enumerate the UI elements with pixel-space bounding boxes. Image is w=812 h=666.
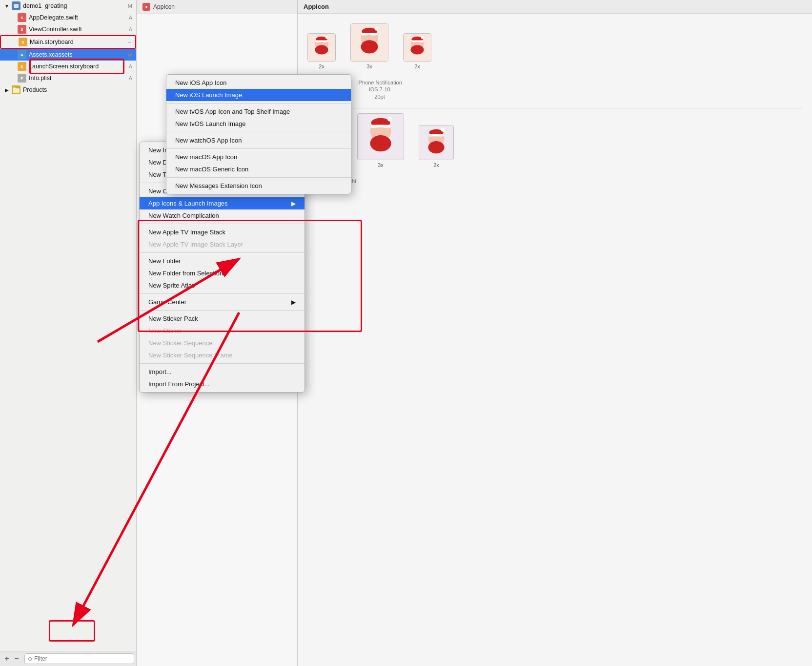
submenu-item-new-messages-ext-icon[interactable]: New Messages Extension Icon (166, 180, 351, 192)
sidebar-item-appdelegate[interactable]: S AppDelegate.swift A (0, 12, 136, 23)
minus-icon: − (14, 654, 19, 663)
sidebar-item-infoplist[interactable]: P Info.plist A (0, 72, 136, 84)
badge-appdelegate: A (129, 15, 132, 21)
svg-rect-18 (411, 41, 423, 42)
submenu-item-new-macos-generic-icon[interactable]: New macOS Generic Icon (166, 163, 351, 175)
submenu-label-new-watchos-app-icon: New watchOS App Icon (175, 137, 242, 144)
middle-panel-title: AppIcon (153, 3, 175, 10)
menu-item-game-center[interactable]: Game Center ▶ (140, 296, 304, 308)
project-badge: M (128, 3, 132, 9)
icon-label-2x-2: 2x (414, 63, 420, 69)
svg-point-38 (428, 141, 444, 153)
submenu-arrow-icon: ▶ (291, 200, 296, 207)
badge-infoplist: A (129, 75, 132, 81)
sidebar-item-products[interactable]: ▶ Products (0, 84, 136, 96)
app-window: ▼ demo1_greating M S AppDelegate.swift A… (0, 0, 812, 666)
asset-content: 2x 3x (298, 14, 812, 666)
submenu-separator-1 (166, 103, 351, 104)
sidebar-item-launchscreen[interactable]: S LaunchScreen.storyboard A (0, 61, 136, 72)
project-icon (12, 1, 20, 10)
icon-cell-6: 2x (419, 125, 454, 168)
project-name: demo1_greating (23, 2, 67, 9)
submenu-separator-2 (166, 132, 351, 132)
svg-point-8 (315, 45, 328, 54)
menu-item-new-sticker: New Sticker (140, 325, 304, 337)
submenu-item-new-tvos-app-icon[interactable]: New tvOS App Icon and Top Shelf Image (166, 105, 351, 118)
sidebar-item-main-storyboard[interactable]: S Main.storyboard – (0, 35, 136, 49)
sidebar-item-viewcontroller[interactable]: S ViewController.swift A (0, 23, 136, 35)
menu-item-new-sticker-pack[interactable]: New Sticker Pack (140, 312, 304, 325)
icon-label-3x-1: 3x (366, 63, 372, 69)
sidebar: ▼ demo1_greating M S AppDelegate.swift A… (0, 0, 137, 666)
submenu-item-new-ios-launch-image[interactable]: New iOS Launch Image (166, 89, 351, 101)
svg-point-37 (441, 128, 445, 132)
add-button[interactable]: + (2, 654, 12, 664)
separator-5 (140, 310, 304, 311)
separator-3 (140, 252, 304, 253)
submenu-label-new-macos-app-icon: New macOS App Icon (175, 153, 237, 161)
menu-label-new-watch-complication: New Watch Complication (148, 212, 219, 219)
menu-item-new-appletv-image-stack[interactable]: New Apple TV Image Stack (140, 226, 304, 238)
sidebar-label-assets: Assets.xcassets (29, 51, 73, 58)
icon-row-2: 2x 3x (307, 113, 802, 168)
triangle-icon: ▼ (4, 3, 10, 9)
separator-4 (140, 293, 304, 294)
menu-item-import-from-project[interactable]: Import From Project... (140, 378, 304, 390)
submenu-label-new-tvos-launch-image: New tvOS Launch Image (175, 120, 246, 127)
label-cell-notification: iPhone NotificationiOS 7-1020pt (355, 79, 404, 100)
menu-label-new-appletv-stack-layer: New Apple TV Image Stack Layer (148, 241, 243, 248)
sidebar-label-appdelegate: AppDelegate.swift (29, 14, 78, 21)
filter-input[interactable] (34, 655, 131, 662)
sidebar-label-viewcontroller: ViewController.swift (29, 26, 82, 33)
svg-rect-30 (371, 125, 390, 127)
menu-item-new-watch-complication[interactable]: New Watch Complication (140, 209, 304, 222)
menu-label-new-sticker-pack: New Sticker Pack (148, 315, 198, 322)
menu-item-import[interactable]: Import... (140, 366, 304, 378)
plist-icon: P (18, 74, 26, 83)
sidebar-item-project-root[interactable]: ▼ demo1_greating M (0, 0, 136, 12)
sidebar-item-assets[interactable]: A Assets.xcassets M (0, 49, 136, 61)
separator-6 (140, 363, 304, 364)
menu-label-app-icons: App Icons & Launch Images (148, 200, 228, 207)
label-row-1: iPhone NotificationiOS 7-1020pt (307, 79, 802, 100)
menu-label-new-sticker: New Sticker (148, 327, 182, 334)
icon-label-3x-2: 3x (378, 162, 384, 168)
plus-icon: + (4, 654, 9, 663)
submenu-item-new-ios-app-icon[interactable]: New iOS App Icon (166, 77, 351, 89)
storyboard-icon: S (19, 38, 27, 46)
products-triangle-icon: ▶ (4, 87, 10, 93)
assets-icon: A (18, 50, 26, 59)
svg-point-13 (375, 27, 379, 31)
menu-item-new-sticker-sequence: New Sticker Sequence (140, 337, 304, 349)
menu-item-new-folder[interactable]: New Folder (140, 255, 304, 267)
middle-panel-header: ● AppIcon (137, 0, 297, 14)
sidebar-label-main-storyboard: Main.storyboard (30, 39, 74, 45)
icon-image-6 (419, 125, 454, 160)
sidebar-bottom: + − ⊙ (0, 651, 136, 666)
menu-label-game-center: Game Center (148, 298, 186, 306)
svg-rect-2 (13, 87, 16, 89)
badge-viewcontroller: A (129, 26, 132, 32)
submenu-item-new-tvos-launch-image[interactable]: New tvOS Launch Image (166, 118, 351, 130)
icon-image-1 (307, 33, 336, 62)
svg-point-31 (387, 117, 392, 122)
menu-label-new-folder: New Folder (148, 257, 181, 265)
icon-cell-5: 3x (357, 113, 404, 168)
filter-icon: ⊙ (28, 656, 32, 662)
remove-button[interactable]: − (12, 654, 21, 664)
menu-item-new-folder-selection[interactable]: New Folder from Selection (140, 267, 304, 279)
submenu-item-new-watchos-app-icon[interactable]: New watchOS App Icon (166, 134, 351, 146)
products-label: Products (23, 86, 47, 93)
svg-rect-36 (429, 134, 443, 136)
menu-item-app-icons[interactable]: App Icons & Launch Images ▶ (140, 197, 304, 209)
filter-box[interactable]: ⊙ (24, 653, 134, 664)
submenu-item-new-macos-app-icon[interactable]: New macOS App Icon (166, 151, 351, 163)
svg-rect-0 (14, 4, 19, 8)
menu-item-new-sticker-sequence-frame: New Sticker Sequence Frame (140, 349, 304, 361)
menu-label-new-appletv-image-stack: New Apple TV Image Stack (148, 229, 225, 236)
menu-item-new-sprite-atlas[interactable]: New Sprite Atlas (140, 279, 304, 291)
submenu-separator-3 (166, 148, 351, 149)
badge-launchscreen: A (129, 63, 132, 69)
badge-assets: M (128, 52, 132, 58)
svg-point-7 (325, 36, 328, 39)
